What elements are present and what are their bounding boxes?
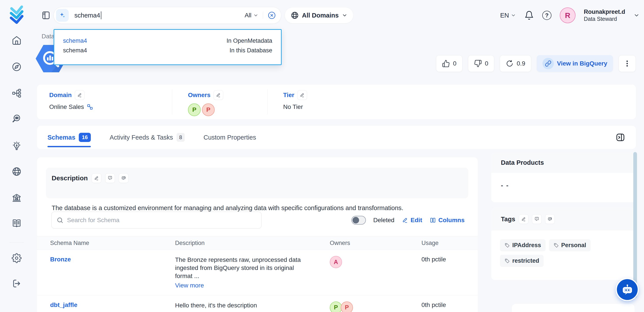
schema-description: Hello there, it's the description — [175, 301, 302, 309]
chat-assistant-button[interactable] — [617, 279, 638, 300]
panel-scrollbar[interactable] — [633, 152, 637, 298]
pencil-icon — [300, 92, 305, 98]
openmetadata-logo[interactable] — [8, 5, 25, 24]
search-scope-select[interactable]: All — [245, 12, 263, 19]
request-description-button[interactable]: ? — [105, 173, 115, 183]
owner-avatar[interactable]: P — [202, 103, 215, 116]
sidebar-explore-icon[interactable] — [12, 62, 22, 72]
tab-schemas[interactable]: Schemas 16 — [48, 126, 91, 149]
sidebar-settings-icon[interactable] — [12, 253, 22, 263]
domain-value[interactable]: Online Sales — [49, 103, 84, 110]
partial-card-edge — [512, 304, 634, 312]
text-caret — [101, 12, 101, 19]
user-avatar[interactable]: R — [560, 8, 576, 23]
request-tags-button[interactable]: ? — [532, 214, 542, 224]
sidebar-lineage-icon[interactable] — [12, 88, 22, 98]
sidebar-governance-icon[interactable] — [12, 193, 22, 203]
more-options-button[interactable] — [618, 55, 636, 72]
edit-tags-button[interactable] — [519, 214, 528, 224]
sidebar-home-icon[interactable] — [12, 36, 22, 46]
suggestion-context: In OpenMetadata — [226, 38, 272, 44]
chevron-down-icon — [253, 13, 258, 18]
link-icon — [542, 58, 554, 69]
sidebar-toggle-icon[interactable] — [41, 11, 51, 20]
description-card: Description ? — [46, 168, 468, 198]
pencil-icon — [521, 216, 526, 222]
data-products-title: Data Products — [501, 159, 544, 166]
notifications-bell-icon[interactable] — [524, 11, 534, 20]
sidebar-glossary-icon[interactable] — [12, 218, 22, 228]
owner-avatar[interactable]: P — [341, 301, 353, 312]
upvote-button[interactable]: 0 — [436, 55, 462, 72]
deleted-toggle[interactable] — [352, 216, 366, 225]
domain-label: Domain — [49, 92, 72, 99]
edit-description-button[interactable] — [92, 173, 101, 183]
chevron-down-icon[interactable] — [634, 12, 640, 19]
comments-icon — [121, 176, 126, 181]
description-title: Description — [52, 174, 88, 182]
search-suggestions-dropdown: schema4 In OpenMetadata schema4 In this … — [54, 29, 282, 65]
global-search-bar[interactable]: schema4 All — [54, 7, 281, 24]
clear-search-icon[interactable] — [268, 11, 276, 20]
ai-sparkle-icon[interactable] — [56, 9, 69, 22]
tag-suggestions-button[interactable] — [545, 214, 555, 224]
user-menu[interactable]: Rounakpreet.d Data Steward — [584, 8, 625, 23]
tag-chip[interactable]: IPAddress — [500, 239, 546, 251]
downvote-button[interactable]: 0 — [468, 55, 494, 72]
tag-chip[interactable]: restricted — [500, 255, 544, 267]
usage-value: 0th pctile — [408, 256, 478, 289]
sidebar-insights-icon[interactable] — [12, 141, 22, 151]
col-schema-name[interactable]: Schema Name — [37, 240, 162, 246]
tag-chip[interactable]: Personal — [549, 239, 590, 251]
edit-tier-button[interactable] — [298, 90, 307, 100]
quality-score-button[interactable]: 0.9 — [500, 55, 531, 72]
view-more-link[interactable]: View more — [175, 282, 302, 289]
tab-activity-feeds[interactable]: Activity Feeds & Tasks 8 — [110, 126, 185, 149]
search-suggestion-row[interactable]: schema4 In this Database — [63, 46, 272, 55]
tag-icon — [504, 258, 510, 264]
search-suggestion-row[interactable]: schema4 In OpenMetadata — [63, 36, 272, 46]
columns-config-button[interactable]: Columns — [430, 217, 464, 224]
pencil-icon — [94, 176, 99, 181]
tier-value: No Tier — [283, 103, 303, 110]
col-usage[interactable]: Usage — [408, 240, 478, 246]
left-sidebar — [0, 0, 33, 312]
col-owners[interactable]: Owners — [317, 240, 408, 246]
activity-count-badge: 8 — [176, 133, 185, 142]
schema-search-box[interactable] — [52, 212, 262, 229]
sidebar-logout-icon[interactable] — [12, 278, 22, 288]
view-in-bigquery-button[interactable]: View in BigQuery — [537, 55, 613, 72]
schemas-panel: Description ? The database is a customiz… — [37, 157, 478, 312]
tag-icon — [504, 243, 510, 248]
divider — [172, 89, 172, 114]
toggle-knob — [352, 217, 359, 223]
topbar: schema4 All All Domains EN ? R — [33, 0, 644, 31]
col-description[interactable]: Description — [162, 240, 317, 246]
owner-avatar[interactable]: P — [188, 103, 201, 116]
sidebar-domains-icon[interactable] — [12, 167, 22, 177]
sidebar-observability-icon[interactable] — [12, 114, 22, 124]
search-input[interactable]: schema4 — [74, 12, 245, 19]
description-text: The database is a customized environment… — [52, 204, 468, 212]
schema-link[interactable]: Bronze — [50, 256, 71, 263]
schema-link[interactable]: dbt_jaffle — [50, 301, 77, 308]
edit-domain-button[interactable] — [75, 90, 84, 100]
schema-search-input[interactable] — [67, 217, 256, 224]
owner-avatar[interactable]: A — [330, 256, 342, 268]
tab-custom-properties[interactable]: Custom Properties — [204, 126, 256, 149]
help-icon[interactable]: ? — [542, 11, 552, 20]
sidebar-divider — [10, 242, 24, 243]
openmetadata-app: schema4 All All Domains EN ? R — [0, 0, 644, 312]
owner-avatar[interactable]: P — [330, 301, 342, 312]
language-select[interactable]: EN — [500, 12, 516, 19]
edit-owners-button[interactable] — [214, 90, 223, 100]
suggestions-button[interactable] — [119, 173, 128, 183]
tag-icon — [554, 243, 559, 248]
edit-table-button[interactable]: Edit — [402, 217, 422, 224]
domains-filter-dropdown[interactable]: All Domains — [285, 8, 353, 23]
table-header: Schema Name Description Owners Usage — [37, 236, 478, 250]
schema-description: The Bronze represents raw, unprocessed d… — [175, 256, 302, 280]
data-products-empty: - - — [491, 173, 636, 202]
suggestion-context: In this Database — [230, 47, 272, 54]
expand-panel-icon[interactable] — [615, 132, 626, 142]
